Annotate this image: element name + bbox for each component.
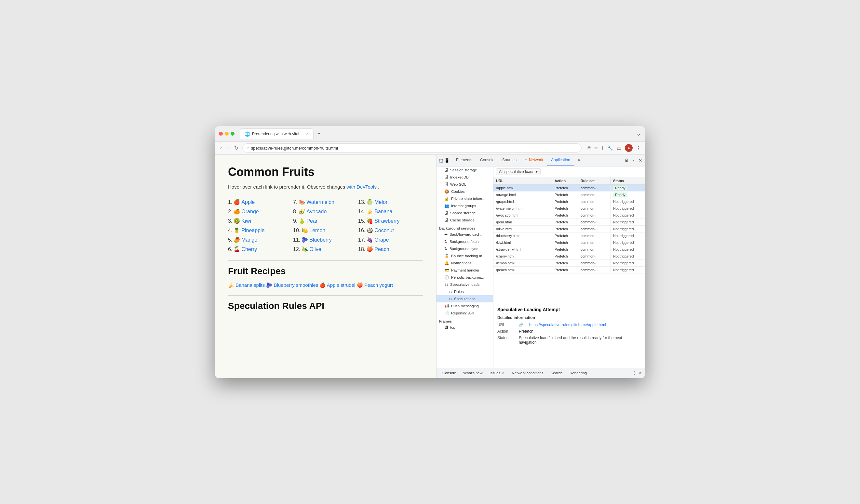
table-row[interactable]: /olive.html Prefetch common-... Not trig… (493, 226, 645, 232)
sidebar-item[interactable]: ↑↓Speculative loads (436, 281, 493, 288)
fruit-link[interactable]: Pineapple (241, 228, 264, 233)
detail-url-link[interactable]: https://speculative-rules.glitch.me/appl… (529, 322, 606, 327)
table-row[interactable]: /avocado.html Prefetch common-... Not tr… (493, 212, 645, 219)
fruit-link[interactable]: Avocado (306, 209, 327, 214)
tab-close-icon[interactable]: ✕ (306, 132, 309, 135)
recipe-link[interactable]: 🍎 Apple strudel (319, 282, 355, 288)
table-row[interactable]: /peach.html Prefetch common-... Not trig… (493, 267, 645, 273)
table-row[interactable]: /watermelon.html Prefetch common-... Not… (493, 205, 645, 212)
share-icon[interactable]: ⬆ (601, 145, 605, 150)
fruit-link[interactable]: Kiwi (241, 218, 251, 224)
fruit-link[interactable]: Peach (374, 246, 389, 252)
bottom-tab-network-conditions[interactable]: Network conditions (509, 370, 547, 376)
devtools-device-icon[interactable]: 📱 (444, 158, 449, 163)
tab-sources[interactable]: Sources (498, 155, 520, 167)
table-row[interactable]: /lemon.html Prefetch common-... Not trig… (493, 260, 645, 267)
fruit-link[interactable]: Banana (374, 209, 392, 214)
bottom-tab-console[interactable]: Console (439, 370, 459, 376)
fruit-link[interactable]: Lemon (309, 228, 325, 233)
sidebar-item[interactable]: 🗄Web SQL (436, 181, 493, 188)
sidebar-item[interactable]: 🏅Bounce tracking m... (436, 252, 493, 259)
sidebar-item[interactable]: ↻Background fetch (436, 238, 493, 245)
table-row[interactable]: /strawberry.html Prefetch common-... Not… (493, 246, 645, 253)
forward-button[interactable]: › (226, 144, 230, 152)
fruit-link[interactable]: Watermelon (306, 199, 334, 205)
table-row[interactable]: /blueberry.html Prefetch common-... Not … (493, 232, 645, 239)
recipe-link[interactable]: 🍌 Banana splits (228, 282, 265, 288)
fruit-link[interactable]: Cherry (241, 246, 257, 252)
sidebar-item[interactable]: 🔒Private state token... (436, 195, 493, 202)
sidebar-item[interactable]: ↻Background sync (436, 245, 493, 252)
col-ruleset[interactable]: Rule set (578, 177, 611, 184)
minimize-traffic-light[interactable] (225, 132, 229, 135)
fruit-link[interactable]: Melon (374, 199, 389, 205)
fullscreen-traffic-light[interactable] (231, 132, 234, 135)
devtools-kebab-icon[interactable]: ⋮ (631, 158, 636, 163)
fruit-link[interactable]: Olive (309, 246, 321, 252)
sidebar-item[interactable]: 💳Payment handler (436, 267, 493, 274)
table-row[interactable]: /kiwi.html Prefetch common-... Not trigg… (493, 239, 645, 246)
tab-console[interactable]: Console (476, 155, 498, 167)
sidebar-item[interactable]: 📄Reporting API (436, 309, 493, 317)
sidebar-item[interactable]: ⬅Back/forward cach... (436, 231, 493, 238)
close-traffic-light[interactable] (219, 132, 223, 135)
sidebar-item[interactable]: 🗄Shared storage (436, 210, 493, 217)
url-bar[interactable]: ⚠ speculative-rules.glitch.me/common-fru… (242, 143, 582, 153)
bottom-close-icon[interactable]: ✕ (639, 370, 642, 376)
devtools-inspect-icon[interactable]: ⬚ (439, 158, 443, 163)
recipe-link[interactable]: 🍑 Peach yogurt (357, 282, 393, 288)
fruit-link[interactable]: Blueberry (309, 237, 331, 243)
table-row[interactable]: /pear.html Prefetch common-... Not trigg… (493, 219, 645, 226)
new-tab-button[interactable]: + (315, 129, 323, 138)
table-row[interactable]: /apple.html Prefetch common-... Ready (493, 185, 645, 191)
extension-icon[interactable]: 🔧 (607, 145, 613, 150)
tab-elements[interactable]: Elements (452, 155, 476, 167)
tab-more[interactable]: » (574, 155, 584, 167)
bottom-tab-search[interactable]: Search (547, 370, 565, 376)
fruit-link[interactable]: Mango (241, 237, 257, 243)
speculative-dropdown[interactable]: All speculative loads ▾ (496, 169, 541, 175)
sidebar-item[interactable]: ↑↓Speculations (436, 295, 493, 302)
back-button[interactable]: ‹ (219, 144, 223, 152)
sidebar-item[interactable]: 🖼top (436, 324, 493, 331)
bottom-tab-issues[interactable]: Issues ✕ (486, 370, 508, 376)
eye-slash-icon[interactable]: 👁 (587, 145, 591, 150)
table-row[interactable]: /orange.html Prefetch common-... Ready (493, 191, 645, 198)
loads-table[interactable]: URL Action Rule set Status /apple.html P… (493, 177, 645, 303)
sidebar-item[interactable]: 🔔Notifications (436, 259, 493, 267)
active-tab[interactable]: 🌐 Prerendering with web-vitals... ✕ (240, 128, 314, 139)
tab-application[interactable]: Application (547, 155, 574, 167)
fruit-link[interactable]: Strawberry (374, 218, 399, 224)
sidebar-item[interactable]: 🗄Session storage (436, 167, 493, 174)
sidebar-item[interactable]: 👥Interest groups (436, 202, 493, 210)
tab-close-icon[interactable]: ✕ (502, 371, 505, 375)
tab-network[interactable]: ⚠ Network (520, 155, 547, 167)
sidebar-item[interactable]: 📢Push messaging (436, 302, 493, 309)
sidebar-item[interactable]: 🗄Cache storage (436, 217, 493, 224)
bottom-kebab-icon[interactable]: ⋮ (632, 370, 636, 376)
star-icon[interactable]: ☆ (594, 145, 598, 150)
table-row[interactable]: /cherry.html Prefetch common-... Not tri… (493, 253, 645, 260)
col-status[interactable]: Status (611, 177, 645, 184)
sidebar-item[interactable]: 🍪Cookies (436, 188, 493, 195)
sidebar-item[interactable]: 🕐Periodic backgrou... (436, 274, 493, 281)
fruit-link[interactable]: Pear (306, 218, 317, 224)
sidebar-icon[interactable]: ▭ (617, 145, 621, 151)
devtools-link[interactable]: with DevTools (346, 184, 377, 190)
col-url[interactable]: URL (493, 177, 552, 184)
sidebar-item[interactable]: ↑↓Rules (436, 288, 493, 295)
table-row[interactable]: /grape.html Prefetch common-... Not trig… (493, 198, 645, 205)
fruit-link[interactable]: Coconut (374, 228, 394, 233)
col-action[interactable]: Action (552, 177, 578, 184)
recipe-link[interactable]: 🫐 Blueberry smoothies (266, 282, 318, 288)
tab-chevron-icon[interactable]: ⌄ (636, 130, 641, 137)
devtools-settings-icon[interactable]: ⚙ (625, 158, 629, 163)
fruit-link[interactable]: Grape (374, 237, 389, 243)
devtools-close-icon[interactable]: ✕ (639, 158, 642, 163)
sidebar-item[interactable]: 🗄IndexedDB (436, 174, 493, 181)
bottom-tab-what's-new[interactable]: What's new (460, 370, 486, 376)
fruit-link[interactable]: Apple (241, 199, 255, 205)
profile-avatar[interactable]: A (625, 144, 633, 152)
fruit-link[interactable]: Orange (241, 209, 259, 214)
reload-button[interactable]: ↻ (233, 144, 240, 152)
